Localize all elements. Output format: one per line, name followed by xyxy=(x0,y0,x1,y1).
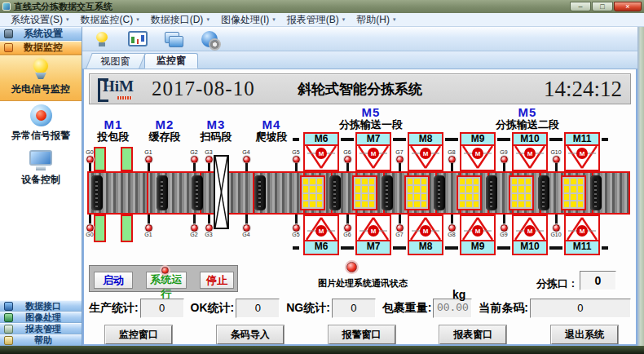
package-cell xyxy=(512,179,517,184)
package-grid xyxy=(561,175,586,210)
package-cell xyxy=(310,201,315,207)
chute-label: M8 xyxy=(409,134,442,146)
sidebar-group-image-processing[interactable]: 图像处理 xyxy=(0,312,82,323)
package-cell xyxy=(466,186,471,192)
belt-motor xyxy=(329,175,341,210)
close-button[interactable]: × xyxy=(614,2,642,11)
system-run-button[interactable]: 系统运行 xyxy=(146,272,187,289)
belt-link-dash xyxy=(556,246,562,250)
belt-link-dash xyxy=(399,138,406,141)
sensor-stem xyxy=(295,163,298,171)
sensor-label: G10 xyxy=(550,232,561,238)
sensor-stem xyxy=(148,215,150,224)
stat-label: 包裹重量: xyxy=(382,301,432,316)
alarm-window-button[interactable]: 报警窗口 xyxy=(329,325,395,344)
sensor-label: G8 xyxy=(448,232,455,238)
menu-item-system-settings[interactable]: 系统设置(S)▾ xyxy=(5,14,75,26)
stat-package-weight: 包裹重量:kg00.00 xyxy=(382,299,473,318)
chute-funnel: M xyxy=(461,146,494,170)
main-area: 视图窗监控窗 HiM 2017-08-10 斜轮式智能分拣系统 14:24:12… xyxy=(82,27,637,346)
section-label-M4: M4爬坡段 xyxy=(244,118,299,143)
tab-monitor-window[interactable]: 监控窗 xyxy=(144,53,198,69)
belt-motor xyxy=(254,175,266,210)
sidebar-item-photoelectric-signal-monitor[interactable]: 光电信号监控 xyxy=(0,55,82,101)
chute-bottom-M7: MM7 xyxy=(355,215,391,255)
tab-view-window[interactable]: 视图窗 xyxy=(86,53,146,69)
stat-current-barcode: 当前条码:0 xyxy=(479,299,631,318)
sidebar-group-data-interface[interactable]: 数据接口 xyxy=(0,300,82,312)
package-cell xyxy=(466,201,471,207)
package-cell xyxy=(518,179,523,184)
menu-item-data-monitor[interactable]: 数据监控(C)▾ xyxy=(75,14,145,26)
sidebar-group-help[interactable]: 帮助 xyxy=(0,334,82,346)
package-cell xyxy=(526,194,531,200)
toolbar-button-layers[interactable] xyxy=(162,29,185,49)
sensor-G0-top: G0 xyxy=(82,149,98,171)
chute-top-M6: M6M xyxy=(303,132,339,171)
sensor-G8-top: G8 xyxy=(443,149,460,171)
belt-motor xyxy=(590,175,602,210)
chute-top-M8: M8M xyxy=(408,132,443,171)
barcode-import-button[interactable]: 条码导入 xyxy=(217,325,284,344)
menu-item-help[interactable]: 帮助(H)▾ xyxy=(351,14,401,26)
package-cell xyxy=(474,186,479,192)
stop-button[interactable]: 停止 xyxy=(200,272,234,289)
menu-item-data-interface[interactable]: 数据接口(D)▾ xyxy=(145,14,215,26)
sidebar-item-label: 光电信号监控 xyxy=(11,82,70,96)
chute-label: M10 xyxy=(514,134,546,146)
menu-item-image-processing[interactable]: 图像处理(I)▾ xyxy=(215,14,281,26)
sensor-stem xyxy=(208,215,210,224)
report-window-button[interactable]: 报表窗口 xyxy=(439,325,506,344)
computer-gear-icon xyxy=(4,29,13,38)
package-grid xyxy=(300,175,325,210)
belt-link-dash xyxy=(393,246,399,250)
stat-value-box: 0 xyxy=(140,299,184,318)
svg-text:M: M xyxy=(423,228,429,235)
chute-bottom-M6: MM6 xyxy=(303,215,339,255)
sidebar-group-report-management[interactable]: 报表管理 xyxy=(0,323,82,334)
menu-item-label: 图像处理(I) xyxy=(221,13,269,27)
sensor-label: G4 xyxy=(242,149,249,156)
sensor-dot xyxy=(396,224,404,232)
sensor-stem xyxy=(346,215,349,224)
sidebar: 系统设置数据监控 光电信号监控异常信号报警设备控制 数据接口图像处理报表管理帮助 xyxy=(0,27,82,346)
package-cell xyxy=(474,194,479,200)
sensor-G4-bottom: G4 xyxy=(238,215,254,238)
chute-label: M9 xyxy=(461,240,494,254)
menu-item-label: 报表管理(B) xyxy=(287,13,339,27)
toolbar-button-signal-monitor[interactable] xyxy=(90,29,113,49)
minimize-button[interactable]: – xyxy=(570,2,591,11)
sidebar-item-abnormal-signal-alarm[interactable]: 异常信号报警 xyxy=(0,101,82,147)
controls-row: 启动 系统运行 停止 图片处理系统通讯状态 分拣口 : 0 xyxy=(87,261,633,294)
chute-funnel: M xyxy=(305,146,337,170)
dropdown-arrow-icon: ▾ xyxy=(342,16,346,23)
toolbar-button-chart-window[interactable] xyxy=(126,29,149,49)
sensor-dot xyxy=(396,156,404,163)
package-cell xyxy=(518,186,523,192)
package-cell xyxy=(303,201,308,207)
dropdown-arrow-icon: ▾ xyxy=(272,16,276,23)
sidebar-item-device-control[interactable]: 设备控制 xyxy=(0,147,82,191)
package-cell xyxy=(414,201,419,207)
exit-system-button[interactable]: 退出系统 xyxy=(551,325,618,344)
chart-window-icon xyxy=(128,31,148,46)
svg-text:M: M xyxy=(580,228,585,235)
menu-item-report-management[interactable]: 报表管理(B)▾ xyxy=(281,14,351,26)
toolbar-button-settings-globe[interactable] xyxy=(198,29,221,49)
chute-label: M7 xyxy=(357,134,390,146)
stat-label: 生产统计: xyxy=(89,301,139,316)
package-cell xyxy=(362,201,367,207)
package-cell xyxy=(564,201,569,207)
belt-motor xyxy=(157,175,168,210)
brand-logo: HiM xyxy=(98,77,139,100)
sidebar-group-system-settings[interactable]: 系统设置 xyxy=(0,27,82,41)
start-button[interactable]: 启动 xyxy=(94,272,133,289)
record-icon xyxy=(30,104,52,126)
sensor-G1-top: G1 xyxy=(140,149,157,171)
package-cell xyxy=(474,201,479,207)
footer-buttons: 监控窗口条码导入报警窗口报表窗口退出系统 xyxy=(87,323,633,346)
maximize-button[interactable]: □ xyxy=(592,2,613,11)
monitor-window-button[interactable]: 监控窗口 xyxy=(105,325,172,344)
bulb-icon xyxy=(32,59,50,80)
sidebar-group-data-monitor[interactable]: 数据监控 xyxy=(0,41,82,55)
